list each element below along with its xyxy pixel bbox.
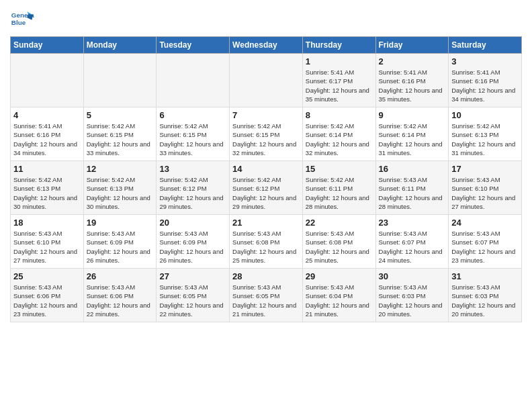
day-info: Sunrise: 5:43 AM Sunset: 6:11 PM Dayligh… (379, 175, 446, 211)
calendar-cell (83, 54, 157, 107)
day-info: Sunrise: 5:43 AM Sunset: 6:06 PM Dayligh… (13, 283, 81, 318)
day-info: Sunrise: 5:43 AM Sunset: 6:09 PM Dayligh… (87, 229, 154, 265)
calendar-week-row: 1Sunrise: 5:41 AM Sunset: 6:17 PM Daylig… (11, 54, 522, 107)
calendar-cell: 31Sunrise: 5:43 AM Sunset: 6:03 PM Dayli… (449, 269, 522, 322)
calendar-week-row: 11Sunrise: 5:42 AM Sunset: 6:13 PM Dayli… (11, 161, 522, 215)
day-info: Sunrise: 5:43 AM Sunset: 6:08 PM Dayligh… (232, 229, 300, 265)
calendar-cell: 7Sunrise: 5:42 AM Sunset: 6:15 PM Daylig… (230, 107, 303, 161)
header-day-saturday: Saturday (449, 37, 522, 54)
calendar-cell: 20Sunrise: 5:43 AM Sunset: 6:09 PM Dayli… (157, 215, 230, 269)
calendar-cell: 12Sunrise: 5:42 AM Sunset: 6:13 PM Dayli… (83, 161, 157, 215)
day-info: Sunrise: 5:42 AM Sunset: 6:12 PM Dayligh… (232, 175, 300, 211)
day-number: 15 (306, 164, 373, 174)
day-info: Sunrise: 5:43 AM Sunset: 6:10 PM Dayligh… (13, 229, 81, 265)
day-info: Sunrise: 5:41 AM Sunset: 6:16 PM Dayligh… (451, 68, 519, 103)
day-number: 20 (159, 218, 226, 228)
day-info: Sunrise: 5:43 AM Sunset: 6:10 PM Dayligh… (451, 175, 519, 211)
calendar-cell: 26Sunrise: 5:43 AM Sunset: 6:06 PM Dayli… (83, 269, 157, 322)
calendar-week-row: 25Sunrise: 5:43 AM Sunset: 6:06 PM Dayli… (11, 269, 522, 322)
day-number: 22 (306, 218, 373, 228)
calendar-cell (11, 54, 84, 107)
calendar-cell: 27Sunrise: 5:43 AM Sunset: 6:05 PM Dayli… (157, 269, 230, 322)
day-number: 5 (87, 110, 154, 120)
calendar-cell: 9Sunrise: 5:42 AM Sunset: 6:14 PM Daylig… (375, 107, 449, 161)
day-number: 27 (159, 271, 226, 281)
logo: General Blue (10, 7, 34, 31)
svg-text:Blue: Blue (11, 19, 26, 26)
day-info: Sunrise: 5:42 AM Sunset: 6:15 PM Dayligh… (87, 122, 154, 157)
day-info: Sunrise: 5:42 AM Sunset: 6:14 PM Dayligh… (379, 122, 446, 157)
day-number: 21 (232, 218, 300, 228)
day-info: Sunrise: 5:43 AM Sunset: 6:05 PM Dayligh… (159, 283, 226, 318)
day-info: Sunrise: 5:41 AM Sunset: 6:16 PM Dayligh… (379, 68, 446, 103)
calendar-week-row: 18Sunrise: 5:43 AM Sunset: 6:10 PM Dayli… (11, 215, 522, 269)
day-number: 7 (232, 110, 300, 120)
header-day-thursday: Thursday (302, 37, 375, 54)
calendar-cell: 24Sunrise: 5:43 AM Sunset: 6:07 PM Dayli… (449, 215, 522, 269)
calendar-cell: 23Sunrise: 5:43 AM Sunset: 6:07 PM Dayli… (375, 215, 449, 269)
day-info: Sunrise: 5:43 AM Sunset: 6:07 PM Dayligh… (451, 229, 519, 265)
header-day-monday: Monday (83, 37, 157, 54)
day-info: Sunrise: 5:42 AM Sunset: 6:15 PM Dayligh… (159, 122, 226, 157)
calendar-cell: 1Sunrise: 5:41 AM Sunset: 6:17 PM Daylig… (302, 54, 375, 107)
day-info: Sunrise: 5:43 AM Sunset: 6:07 PM Dayligh… (379, 229, 446, 265)
day-number: 28 (232, 271, 300, 281)
calendar-cell: 13Sunrise: 5:42 AM Sunset: 6:12 PM Dayli… (157, 161, 230, 215)
calendar-cell: 10Sunrise: 5:42 AM Sunset: 6:13 PM Dayli… (449, 107, 522, 161)
day-number: 31 (451, 271, 519, 281)
header-day-tuesday: Tuesday (157, 37, 230, 54)
calendar-cell (157, 54, 230, 107)
day-number: 24 (451, 218, 519, 228)
day-number: 29 (306, 271, 373, 281)
day-number: 14 (232, 164, 300, 174)
day-info: Sunrise: 5:42 AM Sunset: 6:11 PM Dayligh… (306, 175, 373, 211)
day-number: 6 (159, 110, 226, 120)
day-info: Sunrise: 5:43 AM Sunset: 6:04 PM Dayligh… (306, 283, 373, 318)
calendar-cell: 3Sunrise: 5:41 AM Sunset: 6:16 PM Daylig… (449, 54, 522, 107)
calendar-cell: 2Sunrise: 5:41 AM Sunset: 6:16 PM Daylig… (375, 54, 449, 107)
day-number: 19 (87, 218, 154, 228)
day-info: Sunrise: 5:42 AM Sunset: 6:14 PM Dayligh… (306, 122, 373, 157)
calendar-cell: 14Sunrise: 5:42 AM Sunset: 6:12 PM Dayli… (230, 161, 303, 215)
day-number: 11 (13, 164, 81, 174)
calendar-cell: 25Sunrise: 5:43 AM Sunset: 6:06 PM Dayli… (11, 269, 84, 322)
day-info: Sunrise: 5:41 AM Sunset: 6:17 PM Dayligh… (306, 68, 373, 103)
day-info: Sunrise: 5:42 AM Sunset: 6:13 PM Dayligh… (451, 122, 519, 157)
day-info: Sunrise: 5:43 AM Sunset: 6:03 PM Dayligh… (451, 283, 519, 318)
day-info: Sunrise: 5:42 AM Sunset: 6:13 PM Dayligh… (13, 175, 81, 211)
calendar-cell: 4Sunrise: 5:41 AM Sunset: 6:16 PM Daylig… (11, 107, 84, 161)
calendar-cell: 19Sunrise: 5:43 AM Sunset: 6:09 PM Dayli… (83, 215, 157, 269)
day-number: 3 (451, 56, 519, 66)
day-number: 13 (159, 164, 226, 174)
day-number: 12 (87, 164, 154, 174)
header-day-wednesday: Wednesday (230, 37, 303, 54)
day-info: Sunrise: 5:43 AM Sunset: 6:06 PM Dayligh… (87, 283, 154, 318)
calendar-header-row: SundayMondayTuesdayWednesdayThursdayFrid… (11, 37, 522, 54)
day-info: Sunrise: 5:43 AM Sunset: 6:05 PM Dayligh… (232, 283, 300, 318)
calendar-cell: 8Sunrise: 5:42 AM Sunset: 6:14 PM Daylig… (302, 107, 375, 161)
day-info: Sunrise: 5:42 AM Sunset: 6:13 PM Dayligh… (87, 175, 154, 211)
calendar-cell: 16Sunrise: 5:43 AM Sunset: 6:11 PM Dayli… (375, 161, 449, 215)
calendar-cell: 21Sunrise: 5:43 AM Sunset: 6:08 PM Dayli… (230, 215, 303, 269)
page-header: General Blue (10, 7, 522, 31)
calendar-cell: 28Sunrise: 5:43 AM Sunset: 6:05 PM Dayli… (230, 269, 303, 322)
calendar-cell: 29Sunrise: 5:43 AM Sunset: 6:04 PM Dayli… (302, 269, 375, 322)
day-info: Sunrise: 5:43 AM Sunset: 6:08 PM Dayligh… (306, 229, 373, 265)
day-number: 25 (13, 271, 81, 281)
day-number: 10 (451, 110, 519, 120)
day-number: 17 (451, 164, 519, 174)
day-number: 9 (379, 110, 446, 120)
calendar-cell: 6Sunrise: 5:42 AM Sunset: 6:15 PM Daylig… (157, 107, 230, 161)
header-day-friday: Friday (375, 37, 449, 54)
day-info: Sunrise: 5:42 AM Sunset: 6:12 PM Dayligh… (159, 175, 226, 211)
day-number: 26 (87, 271, 154, 281)
calendar-cell: 22Sunrise: 5:43 AM Sunset: 6:08 PM Dayli… (302, 215, 375, 269)
day-number: 2 (379, 56, 446, 66)
day-info: Sunrise: 5:43 AM Sunset: 6:03 PM Dayligh… (379, 283, 446, 318)
calendar-cell: 17Sunrise: 5:43 AM Sunset: 6:10 PM Dayli… (449, 161, 522, 215)
logo-icon: General Blue (10, 7, 34, 31)
day-number: 8 (306, 110, 373, 120)
calendar-cell: 18Sunrise: 5:43 AM Sunset: 6:10 PM Dayli… (11, 215, 84, 269)
calendar-cell (230, 54, 303, 107)
calendar-cell: 30Sunrise: 5:43 AM Sunset: 6:03 PM Dayli… (375, 269, 449, 322)
